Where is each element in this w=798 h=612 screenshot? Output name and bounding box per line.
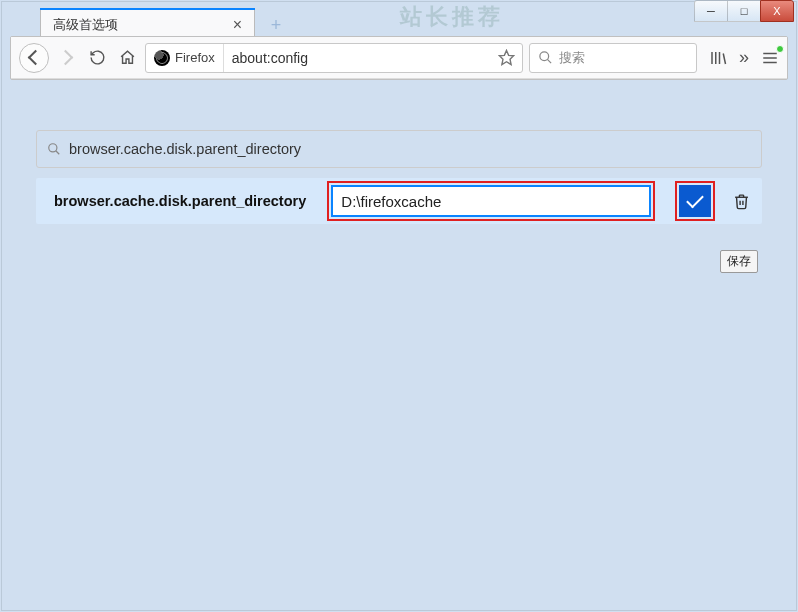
pref-delete-button[interactable] xyxy=(729,186,754,216)
pref-value-input[interactable] xyxy=(331,185,651,217)
highlight-save-box xyxy=(675,181,715,221)
search-icon xyxy=(538,50,553,65)
update-notification-badge-icon xyxy=(776,45,784,53)
maximize-icon: □ xyxy=(741,5,748,17)
star-icon xyxy=(498,49,515,66)
background-watermark-text: 站长推荐 xyxy=(400,2,504,32)
library-button[interactable] xyxy=(709,49,727,67)
tab-strip: 高级首选项 × + xyxy=(40,4,291,40)
bookmark-star-button[interactable] xyxy=(492,44,522,72)
window-controls: ─ □ X xyxy=(695,0,794,22)
svg-line-2 xyxy=(547,59,551,63)
trash-icon xyxy=(733,193,750,210)
app-menu-button[interactable] xyxy=(761,49,779,67)
checkmark-icon xyxy=(686,190,704,208)
library-icon xyxy=(709,49,727,67)
tab-close-button[interactable]: × xyxy=(231,17,244,33)
url-bar[interactable]: Firefox about:config xyxy=(145,43,523,73)
svg-line-6 xyxy=(723,53,725,64)
back-button[interactable] xyxy=(19,43,49,73)
arrow-left-icon xyxy=(27,52,41,63)
overflow-menu-button[interactable] xyxy=(739,47,749,68)
highlight-value-box xyxy=(327,181,655,221)
reload-icon xyxy=(89,49,106,66)
save-tooltip: 保存 xyxy=(720,250,758,273)
site-identity-box[interactable]: Firefox xyxy=(146,44,224,72)
url-text[interactable]: about:config xyxy=(224,50,492,66)
window-maximize-button[interactable]: □ xyxy=(727,0,761,22)
close-window-icon: X xyxy=(773,5,780,17)
plus-icon: + xyxy=(271,15,282,36)
window-close-button[interactable]: X xyxy=(760,0,794,22)
svg-point-10 xyxy=(49,144,57,152)
minimize-icon: ─ xyxy=(707,5,715,17)
window-minimize-button[interactable]: ─ xyxy=(694,0,728,22)
firefox-logo-icon xyxy=(154,50,170,66)
search-bar[interactable]: 搜索 xyxy=(529,43,697,73)
home-button[interactable] xyxy=(115,46,139,70)
config-search-filter[interactable]: browser.cache.disk.parent_directory xyxy=(36,130,762,168)
tab-active-indicator xyxy=(40,8,255,10)
window-border xyxy=(1,1,797,611)
search-icon xyxy=(47,142,61,156)
reload-button[interactable] xyxy=(85,46,109,70)
browser-chrome: Firefox about:config 搜索 browser.cache xyxy=(10,36,788,80)
svg-marker-0 xyxy=(500,50,514,64)
svg-line-11 xyxy=(56,151,60,155)
home-icon xyxy=(119,49,136,66)
search-placeholder: 搜索 xyxy=(559,49,585,67)
toolbar-right-icons xyxy=(709,47,779,68)
pref-row: browser.cache.disk.parent_directory xyxy=(36,178,762,224)
tab-title: 高级首选项 xyxy=(53,16,118,34)
pref-name: browser.cache.disk.parent_directory xyxy=(54,193,317,209)
navigation-toolbar: Firefox about:config 搜索 xyxy=(11,37,787,79)
new-tab-button[interactable]: + xyxy=(261,12,291,38)
forward-button[interactable] xyxy=(55,46,79,70)
svg-point-1 xyxy=(540,52,549,61)
arrow-right-icon xyxy=(60,52,74,63)
pref-save-button[interactable] xyxy=(679,185,711,217)
identity-label: Firefox xyxy=(175,50,215,65)
config-search-value: browser.cache.disk.parent_directory xyxy=(69,141,301,157)
